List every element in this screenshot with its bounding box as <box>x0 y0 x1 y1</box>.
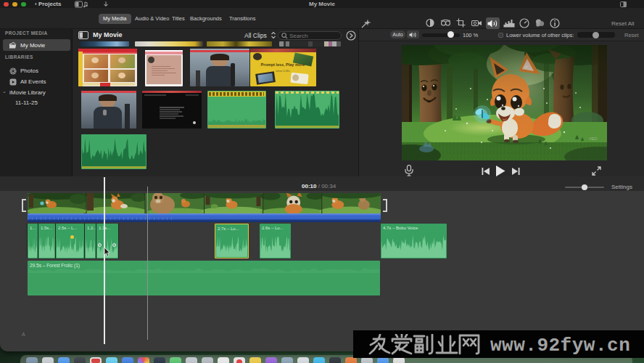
svg-text:VEO: VEO <box>589 136 598 141</box>
